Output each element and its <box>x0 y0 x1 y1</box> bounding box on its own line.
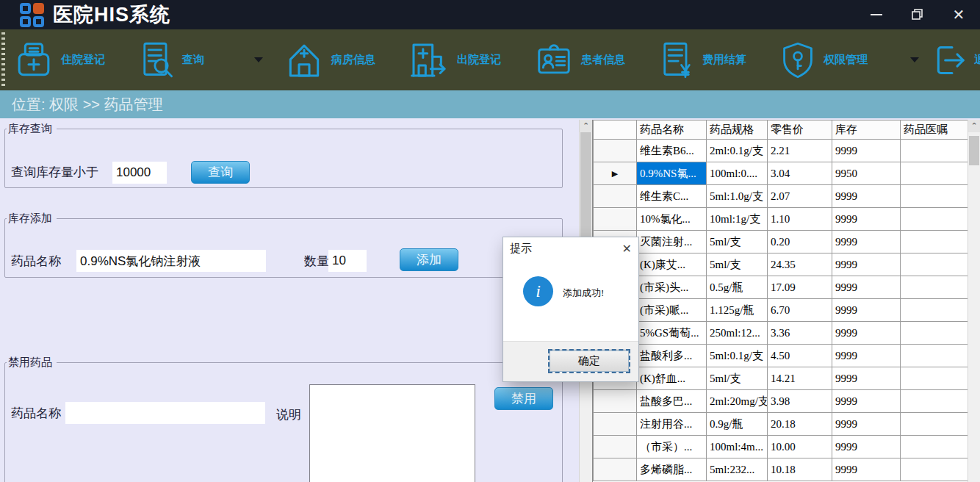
table-cell[interactable]: 1.125g/瓶 <box>707 299 768 322</box>
query-button[interactable]: 查询 <box>191 161 250 184</box>
table-row[interactable]: 维生素B6...2ml:0.1g/支2.219999 <box>594 140 968 162</box>
table-cell[interactable]: 0.9%NS氯... <box>637 162 707 185</box>
table-cell[interactable]: 9999 <box>832 390 901 413</box>
table-row[interactable]: ▶0.9%NS氯...100ml:0....3.049950 <box>594 162 968 185</box>
row-selector[interactable]: ▶ <box>594 162 637 185</box>
table-row[interactable]: 注射用谷...0.9g/瓶20.189999 <box>594 413 968 436</box>
table-row[interactable]: (市采)哌...1.125g/瓶6.709999 <box>594 299 968 322</box>
nav-item-exit[interactable]: 退出系统 <box>926 40 980 81</box>
table-row[interactable]: 5%GS葡萄...250ml:12...3.369999 <box>594 322 968 345</box>
chevron-down-icon[interactable] <box>254 57 263 62</box>
table-cell[interactable]: 5ml:1.0g/支 <box>707 185 768 208</box>
table-cell[interactable] <box>901 436 968 458</box>
table-cell[interactable]: (K)舒血... <box>637 367 707 390</box>
table-cell[interactable]: 1.10 <box>768 208 832 231</box>
table-cell[interactable]: 9999 <box>832 276 901 299</box>
table-cell[interactable]: 0.20 <box>768 231 832 253</box>
table-cell[interactable] <box>901 231 968 253</box>
scroll-up-arrow-icon[interactable]: ⌃ <box>580 120 592 132</box>
table-row[interactable]: 10%氯化...10ml:1g/支1.109999 <box>594 208 968 231</box>
table-cell[interactable]: 3.36 <box>768 322 832 345</box>
quantity-input[interactable] <box>328 250 367 272</box>
table-cell[interactable]: 250ml:12... <box>707 322 768 345</box>
stock-threshold-input[interactable] <box>112 162 167 184</box>
table-cell[interactable]: 100ml:0.... <box>707 162 768 185</box>
table-row[interactable]: 盐酸利多...5ml:0.1g/支4.509999 <box>594 345 968 367</box>
table-cell[interactable]: 2ml:0.1g/支 <box>707 140 768 162</box>
table-cell[interactable] <box>901 390 968 413</box>
row-selector[interactable] <box>594 390 637 413</box>
table-cell[interactable]: 2.21 <box>768 140 832 162</box>
table-cell[interactable]: 9999 <box>832 322 901 345</box>
table-cell[interactable]: （市采）... <box>637 436 707 458</box>
close-button[interactable]: ✕ <box>948 4 970 26</box>
scrollbar-thumb[interactable] <box>969 136 979 165</box>
column-header[interactable]: 药品名称 <box>637 120 707 140</box>
table-cell[interactable]: 9999 <box>832 140 901 162</box>
table-cell[interactable]: 14.21 <box>768 367 832 390</box>
nav-item-ward[interactable]: 病房信息 <box>284 40 375 81</box>
table-cell[interactable]: 9999 <box>832 436 901 458</box>
nav-item-admission[interactable]: 住院登记 <box>13 40 105 81</box>
table-cell[interactable]: 24.35 <box>768 253 832 276</box>
row-selector-header[interactable] <box>594 120 637 140</box>
table-cell[interactable]: 2ml:20mg/支 <box>707 390 768 413</box>
table-cell[interactable]: 盐酸多巴... <box>637 390 707 413</box>
table-cell[interactable]: 维生素C... <box>637 185 707 208</box>
table-cell[interactable]: 灭菌注射... <box>637 231 707 253</box>
scroll-up-arrow-icon[interactable]: ⌃ <box>968 120 980 132</box>
column-header[interactable]: 药品规格 <box>707 120 768 140</box>
table-cell[interactable]: 20.18 <box>768 413 832 436</box>
ban-drug-name-input[interactable] <box>65 402 265 424</box>
table-row[interactable]: 维生素C...5ml:1.0g/支2.079999 <box>594 185 968 208</box>
add-drug-name-input[interactable] <box>76 250 266 272</box>
table-cell[interactable]: 3.04 <box>768 162 832 185</box>
row-selector[interactable] <box>594 458 637 481</box>
table-cell[interactable]: 10.18 <box>768 458 832 481</box>
table-cell[interactable]: 9999 <box>832 345 901 367</box>
table-cell[interactable]: 多烯磷脂... <box>637 458 707 481</box>
table-cell[interactable]: 9999 <box>832 185 901 208</box>
table-cell[interactable] <box>901 162 968 185</box>
table-cell[interactable]: 9999 <box>832 208 901 231</box>
table-cell[interactable]: 9950 <box>832 162 901 185</box>
table-cell[interactable]: (市采)哌... <box>637 299 707 322</box>
table-cell[interactable]: 5ml/支 <box>707 253 768 276</box>
table-row[interactable]: 多烯磷脂...5ml:232...10.189999 <box>594 458 968 481</box>
row-selector[interactable] <box>594 413 637 436</box>
table-cell[interactable]: 4.50 <box>768 345 832 367</box>
nav-item-query[interactable]: 查询 <box>137 40 204 81</box>
table-cell[interactable] <box>901 299 968 322</box>
table-cell[interactable]: 9999 <box>832 299 901 322</box>
description-textarea[interactable] <box>309 384 475 482</box>
row-selector[interactable] <box>594 208 637 231</box>
chevron-down-icon[interactable] <box>910 57 919 62</box>
nav-item-discharge[interactable]: 出院登记 <box>408 40 501 81</box>
nav-item-patient[interactable]: 患者信息 <box>533 40 625 80</box>
table-cell[interactable]: 100ml:4m... <box>707 436 768 458</box>
table-row[interactable]: （市采）...100ml:4m...10.009999 <box>594 436 968 458</box>
table-cell[interactable] <box>901 253 968 276</box>
ok-button[interactable]: 确定 <box>548 349 630 373</box>
table-scrollbar[interactable]: ⌃ <box>968 120 980 482</box>
table-row[interactable]: 灭菌注射...5ml/支0.209999 <box>594 231 968 253</box>
dialog-close-icon[interactable]: ✕ <box>622 242 632 256</box>
column-header[interactable]: 药品医嘱 <box>901 120 968 140</box>
table-cell[interactable]: (市采)头... <box>637 276 707 299</box>
toolbar-grip[interactable] <box>1 32 5 87</box>
table-cell[interactable]: 17.09 <box>768 276 832 299</box>
column-header[interactable]: 库存 <box>832 120 901 140</box>
column-header[interactable]: 零售价 <box>768 120 832 140</box>
table-cell[interactable]: 10ml:1g/支 <box>707 208 768 231</box>
nav-item-permission[interactable]: 权限管理 <box>779 40 868 81</box>
table-cell[interactable] <box>901 458 968 481</box>
table-cell[interactable] <box>901 140 968 162</box>
table-row[interactable]: 盐酸多巴...2ml:20mg/支3.989999 <box>594 390 968 413</box>
row-selector[interactable] <box>594 140 637 162</box>
table-row[interactable]: (市采)头...0.5g/瓶17.099999 <box>594 276 968 299</box>
table-cell[interactable]: 9999 <box>832 231 901 253</box>
table-cell[interactable]: 6.70 <box>768 299 832 322</box>
table-cell[interactable]: 5ml/支 <box>707 367 768 390</box>
table-cell[interactable]: 3.98 <box>768 390 832 413</box>
table-cell[interactable]: (K)康艾... <box>637 253 707 276</box>
